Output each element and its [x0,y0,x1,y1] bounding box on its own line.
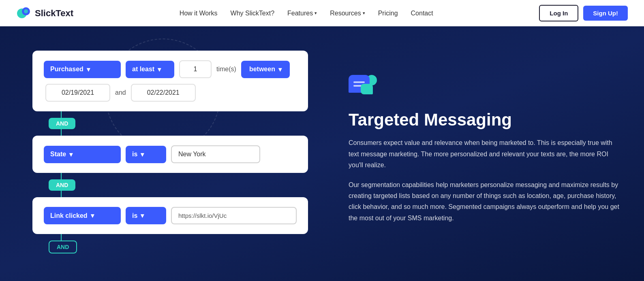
linkclicked-dropdown[interactable]: Link clicked ▾ [44,207,121,224]
link-value-input[interactable] [171,207,297,224]
nav-how-it-works[interactable]: How it Works [180,10,218,17]
and-connector-2: AND [32,173,308,197]
date-start-input[interactable] [45,84,110,102]
purchased-chevron-icon: ▾ [87,66,90,73]
and-badge-3[interactable]: AND [49,241,77,253]
state-dropdown[interactable]: State ▾ [44,146,121,163]
icon-area [349,75,620,101]
right-panel: Targeted Messaging Consumers expect valu… [332,26,644,281]
state-value-input[interactable] [171,145,260,163]
date-row: and [44,84,297,102]
nav-pricing[interactable]: Pricing [378,10,398,17]
and-connector-3: AND [32,234,308,253]
svg-point-2 [24,9,28,13]
between-chevron-icon: ▾ [278,66,282,73]
and-connector-1: AND [32,111,308,136]
linkclicked-chevron-icon: ▾ [91,212,94,219]
logo-link[interactable]: SlickText [16,6,73,21]
and-line-bottom-1 [61,129,62,136]
and-badge-2[interactable]: AND [49,179,75,191]
atleast-chevron-icon: ▾ [158,66,161,73]
and-line-bottom-2 [61,191,62,197]
chat-line-1 [353,81,365,83]
nav-links: How it Works Why SlickText? Features ▾ R… [180,10,433,17]
filter-row-3: Link clicked ▾ is ▾ [44,207,297,224]
logo-icon [16,6,32,21]
purchased-dropdown[interactable]: Purchased ▾ [44,61,121,78]
and-badge-1[interactable]: AND [49,118,75,129]
nav-actions: Log In Sign Up! [539,5,628,21]
and-line-top-3 [61,234,62,241]
nav-features[interactable]: Features ▾ [287,10,317,17]
resources-chevron-icon: ▾ [363,11,365,16]
between-dropdown[interactable]: between ▾ [241,61,290,78]
filter-card-2: State ▾ is ▾ [32,136,308,173]
count-input[interactable] [179,60,212,78]
date-end-input[interactable] [131,84,196,102]
logo-text: SlickText [35,8,73,19]
nav-contact[interactable]: Contact [411,10,433,17]
nav-why-slicktext[interactable]: Why SlickText? [231,10,274,17]
right-desc-1: Consumers expect value and relevance whe… [349,137,620,170]
times-label: time(s) [216,66,236,73]
signup-button[interactable]: Sign Up! [583,6,628,21]
main-content: Purchased ▾ at least ▾ time(s) between ▾… [0,26,644,281]
and-line-top-1 [61,111,62,118]
link-is-chevron-icon: ▾ [141,212,144,219]
login-button[interactable]: Log In [539,5,578,21]
filter-row-1: Purchased ▾ at least ▾ time(s) between ▾ [44,60,297,78]
chat-bubble-small-icon [361,84,373,94]
filter-card-3: Link clicked ▾ is ▾ [32,197,308,234]
link-is-dropdown[interactable]: is ▾ [126,207,166,224]
state-is-chevron-icon: ▾ [141,151,144,158]
filter-card-1: Purchased ▾ at least ▾ time(s) between ▾… [32,51,308,111]
and-line-top-2 [61,173,62,179]
navbar: SlickText How it Works Why SlickText? Fe… [0,0,644,26]
and-text: and [115,89,126,96]
nav-resources[interactable]: Resources ▾ [330,10,365,17]
messaging-icon [349,75,377,99]
right-title: Targeted Messaging [349,111,620,129]
right-desc-2: Our segmentation capabilities help marke… [349,179,620,224]
filter-row-2: State ▾ is ▾ [44,145,297,163]
state-chevron-icon: ▾ [69,151,73,158]
features-chevron-icon: ▾ [315,11,317,16]
state-is-dropdown[interactable]: is ▾ [126,146,166,163]
atleast-dropdown[interactable]: at least ▾ [126,61,174,78]
left-panel: Purchased ▾ at least ▾ time(s) between ▾… [0,26,332,281]
